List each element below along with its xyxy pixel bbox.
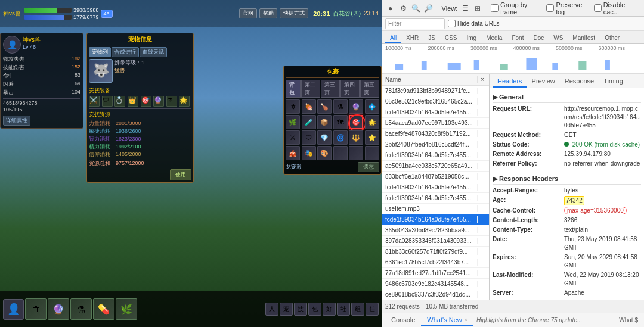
net-row-13[interactable]: 365d043a30bd89c7823bbaa9... (382, 225, 489, 236)
hide-data-urls-option[interactable]: Hide data URLs (448, 20, 500, 27)
inv-slot-2[interactable]: 🍖 (302, 99, 316, 114)
inv-slot-21[interactable]: 🎨 (317, 146, 332, 160)
cat-tab-media[interactable]: Media (481, 33, 507, 43)
inv-tab-1[interactable]: 背包 (286, 80, 301, 98)
equip-slot-7[interactable]: ⚗ (166, 96, 177, 107)
nav-buttons[interactable]: 官网 帮助 快捷方式 (239, 8, 308, 18)
equip-slot-8[interactable]: 🌟 (179, 96, 190, 107)
inv-slot-14[interactable]: 🛡 (302, 130, 316, 145)
disable-cache-checkbox[interactable] (594, 4, 602, 12)
nav-pet[interactable]: 宠 (280, 303, 293, 316)
net-row-2[interactable]: fcde1f39034b164a0d5fe7e455... (382, 107, 489, 118)
action-slot-1[interactable]: 🗡 (25, 298, 47, 320)
pet-tab-bloodline[interactable]: 血线天赋 (140, 47, 167, 57)
cat-tab-img[interactable]: Img (462, 33, 481, 43)
net-row-10[interactable]: fcde1f39034b164a0d5fe7e455... (382, 193, 489, 204)
action-slot-4[interactable]: 💊 (93, 298, 114, 320)
nav-social[interactable]: 社 (337, 303, 350, 316)
inv-slot-4[interactable]: ⚗ (333, 99, 348, 114)
cat-tab-other[interactable]: Other (600, 33, 624, 43)
inv-slot-16[interactable]: 🌀 (333, 130, 348, 145)
net-row-14[interactable]: 397da028353345f031a430933... (382, 236, 489, 247)
inv-slot-5[interactable]: 🔮 (349, 99, 363, 114)
devtools-search-btn[interactable]: 🔎 (423, 3, 434, 14)
inv-tab-4[interactable]: 第四页 (340, 80, 360, 98)
inv-slot-20[interactable]: 🎭 (302, 146, 316, 160)
inv-slot-24[interactable] (365, 146, 379, 160)
detail-tab-preview[interactable]: Preview (527, 76, 560, 88)
view-list-btn[interactable]: ☰ (460, 3, 470, 14)
equip-slot-6[interactable]: 🔮 (153, 96, 164, 107)
net-row-16[interactable]: 6361ec178b5cf7cb22f3443b7... (382, 257, 489, 268)
console-tab[interactable]: Console (385, 314, 421, 326)
inv-tab-3[interactable]: 第三页 (321, 80, 340, 98)
confirm-area[interactable]: 使用 (89, 169, 191, 180)
inv-slot-12[interactable]: 🌟 (365, 115, 379, 129)
cat-tab-doc[interactable]: Doc (528, 33, 549, 43)
cat-tab-ws[interactable]: WS (549, 33, 568, 43)
group-by-frame-checkbox[interactable] (491, 4, 499, 12)
nav-help[interactable]: 帮助 (259, 8, 277, 18)
net-row-0[interactable]: 781f3c9ad913bf3b99489271fc... (382, 86, 489, 96)
inv-slot-1[interactable]: 🗡 (286, 99, 300, 114)
view-grid-btn[interactable]: ⊞ (473, 3, 483, 14)
nav-bag[interactable]: 包 (308, 303, 321, 316)
cat-tab-css[interactable]: CSS (440, 33, 462, 43)
console-tabs[interactable]: Console What's New × Highlights from the… (382, 313, 644, 327)
group-by-frame-option[interactable]: Group by frame (491, 1, 544, 15)
pet-tabs[interactable]: 宠物列 合成进行 血线天赋 (89, 47, 191, 57)
preserve-log-option[interactable]: Preserve log (546, 1, 591, 15)
action-slot-2[interactable]: 🔮 (48, 298, 69, 320)
net-row-12-selected[interactable]: fcde1f39034b164a0d5fe7e455... (382, 214, 489, 225)
use-button[interactable]: 遗忘 (358, 162, 379, 172)
inv-slot-23[interactable] (349, 146, 363, 160)
nav-shortcut[interactable]: 快捷方式 (280, 8, 308, 18)
confirm-button[interactable]: 使用 (170, 169, 191, 180)
net-row-11[interactable]: useItem.mp3 (382, 204, 489, 214)
bottom-nav-icons[interactable]: 人 宠 技 包 好 社 组 任 (265, 303, 379, 316)
action-slot-3[interactable]: ⚗ (70, 298, 92, 320)
inv-tab-5[interactable]: 第五页 (360, 80, 379, 98)
pet-tab-list[interactable]: 宠物列 (89, 47, 111, 57)
net-row-19[interactable]: ce89018bc9337c3f32d94d1dd... (382, 289, 489, 300)
inv-slot-19[interactable]: 🎪 (286, 146, 300, 160)
nav-skill[interactable]: 技 (294, 303, 307, 316)
inv-slot-13[interactable]: ⚔ (286, 130, 300, 145)
net-row-4[interactable]: bacef9fe48704320c8f9b17192... (382, 129, 489, 139)
cat-tab-all[interactable]: All (385, 33, 401, 43)
cat-tab-font[interactable]: Font (507, 33, 528, 43)
net-row-3[interactable]: b54aaca9ad07ee997b103e493... (382, 118, 489, 129)
inv-slot-9[interactable]: 📦 (317, 115, 332, 129)
inv-slot-3[interactable]: 🍗 (317, 99, 332, 114)
inv-slot-22[interactable] (333, 146, 348, 160)
devtools-settings-btn[interactable]: ⚙ (398, 3, 408, 14)
cat-tab-manifest[interactable]: Manifest (568, 33, 600, 43)
net-row-15[interactable]: 81bb33c60f257d71ff0f279df9... (382, 247, 489, 257)
network-rows[interactable]: 781f3c9ad913bf3b99489271fc... 05c0e5021c… (382, 86, 489, 300)
preserve-log-checkbox[interactable] (546, 4, 554, 12)
net-row-7[interactable]: ae5091ba4ce033c5720e65a49... (382, 161, 489, 172)
inv-slot-10[interactable]: 🗺 (333, 115, 348, 129)
net-row-17[interactable]: 77a18d891ed27a1dfb7cc2541... (382, 268, 489, 279)
detail-attr-button[interactable]: 详细属性 (3, 116, 30, 126)
devtools-filter-btn[interactable]: 🔍 (411, 3, 421, 14)
inv-tab-2[interactable]: 第二页 (301, 80, 320, 98)
detail-tab-response[interactable]: Response (560, 76, 599, 88)
equip-slot-4[interactable]: 👑 (128, 96, 138, 107)
net-row-8[interactable]: 833bcff6e1a84487b5219058c... (382, 172, 489, 182)
equip-slot-3[interactable]: 💍 (114, 96, 125, 107)
equip-slot-1[interactable]: ⚔️ (89, 96, 100, 107)
inv-slot-8[interactable]: 🧪 (302, 115, 316, 129)
category-tabs[interactable]: All XHR JS CSS Img Media Font Doc WS Man… (382, 31, 644, 44)
detail-tab-headers[interactable]: Headers (493, 76, 527, 88)
whats-new-tab[interactable]: What's New × (421, 314, 473, 326)
net-row-5[interactable]: 2bbf24087fbed4b816c5cdf24f... (382, 139, 489, 150)
net-row-1[interactable]: 05c0e5021c9efbd3f165465c2a... (382, 96, 489, 107)
nav-character[interactable]: 人 (265, 303, 278, 316)
nav-friend[interactable]: 好 (323, 303, 336, 316)
inv-slot-17[interactable]: 🔱 (349, 130, 363, 145)
pet-tab-compose[interactable]: 合成进行 (112, 47, 139, 57)
disable-cache-option[interactable]: Disable cac... (594, 1, 641, 15)
devtools-close-btn[interactable]: ● (385, 3, 395, 14)
nav-official-site[interactable]: 官网 (239, 8, 257, 18)
